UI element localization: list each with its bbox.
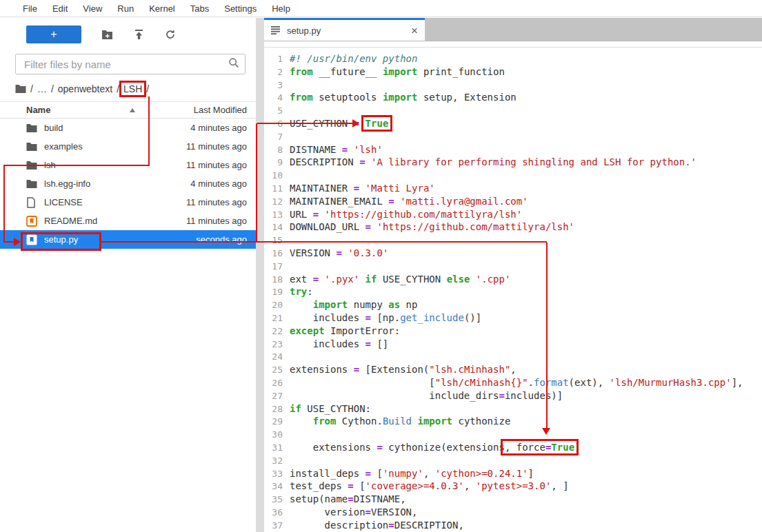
code-line[interactable]: 17: [264, 260, 762, 273]
line-number: 4: [264, 92, 283, 105]
code-line[interactable]: 18ext = '.pyx' if USE_CYTHON else '.cpp': [264, 273, 762, 286]
breadcrumb-segment[interactable]: …: [37, 83, 47, 94]
menu-item-file[interactable]: File: [15, 3, 45, 14]
menu-item-kernel[interactable]: Kernel: [141, 3, 183, 14]
code-line[interactable]: 32: [264, 454, 762, 467]
line-number: 21: [264, 312, 283, 325]
panel-splitter[interactable]: [256, 18, 264, 532]
code-line[interactable]: 7: [264, 130, 762, 143]
menu-item-run[interactable]: Run: [110, 3, 141, 14]
code-line[interactable]: 37 description=DESCRIPTION,: [264, 519, 762, 532]
line-number: 34: [264, 480, 283, 493]
code-line[interactable]: 13URL = 'https://github.com/mattilyra/ls…: [264, 208, 762, 221]
last-modified: 4 minutes ago: [190, 178, 256, 189]
code-line[interactable]: 31 extensions = cythonize(extensions, fo…: [264, 441, 762, 454]
close-icon[interactable]: ×: [411, 25, 418, 37]
line-number: 3: [264, 79, 283, 92]
code-line[interactable]: 11MAINTAINER = 'Matti Lyra': [264, 182, 762, 195]
code-line[interactable]: 16VERSION = '0.3.0': [264, 247, 762, 260]
code-text: [283, 234, 290, 245]
line-number: 11: [264, 183, 283, 196]
line-number: 5: [264, 105, 283, 118]
code-line[interactable]: 15: [264, 234, 762, 247]
code-text: DESCRIPTION = 'A library for performing …: [283, 156, 696, 167]
file-row-examples[interactable]: examples11 minutes ago: [0, 137, 256, 156]
file-row-README.md[interactable]: README.md11 minutes ago: [0, 212, 256, 230]
code-line[interactable]: 20 import numpy as np: [264, 298, 762, 311]
line-number: 32: [264, 455, 283, 468]
file-list-header: Name Last Modified: [0, 101, 256, 119]
code-text: install_deps = ['numpy', 'cython>=0.24.1…: [283, 468, 534, 479]
line-number: 1: [264, 53, 283, 66]
code-line[interactable]: 2from __future__ import print_function: [264, 65, 762, 79]
code-line[interactable]: 22except ImportError:: [264, 325, 762, 338]
file-row-lsh.egg-info[interactable]: lsh.egg-info4 minutes ago: [0, 174, 256, 193]
code-text: includes = [np.get_include()]: [283, 312, 481, 323]
file-name: examples: [44, 141, 186, 152]
tab-setup-py[interactable]: setup.py ×: [264, 18, 425, 41]
code-text: [283, 105, 290, 116]
sort-ascending-icon[interactable]: [130, 108, 135, 112]
menu-item-settings[interactable]: Settings: [217, 3, 264, 14]
file-browser: + /…/openwebtext/LSH/ Name: [0, 18, 256, 532]
menu-item-edit[interactable]: Edit: [45, 3, 75, 14]
line-number: 18: [264, 274, 283, 287]
annotation-line: [148, 96, 150, 165]
file-row-build[interactable]: build4 minutes ago: [0, 119, 256, 137]
code-text: if USE_CYTHON:: [283, 403, 371, 414]
code-line[interactable]: 3: [264, 79, 762, 92]
code-line[interactable]: 14DOWNLOAD_URL = 'https://github.com/mat…: [264, 221, 762, 234]
code-text: ext = '.pyx' if USE_CYTHON else '.cpp': [283, 274, 510, 285]
code-line[interactable]: 27 include_dirs=includes)]: [264, 389, 762, 402]
tab-label: setup.py: [287, 25, 405, 36]
code-line[interactable]: 10: [264, 169, 762, 182]
breadcrumb-segment-highlighted[interactable]: LSH: [119, 81, 146, 97]
code-text: description=DESCRIPTION,: [283, 520, 464, 531]
code-line[interactable]: 35setup(name=DISTNAME,: [264, 493, 762, 506]
code-line[interactable]: 21 includes = [np.get_include()]: [264, 311, 762, 325]
code-line[interactable]: 29 from Cython.Build import cythonize: [264, 415, 762, 428]
line-number: 36: [264, 507, 283, 520]
code-line[interactable]: 4from setuptools import setup, Extension: [264, 91, 762, 104]
code-text: from Cython.Build import cythonize: [283, 416, 510, 427]
code-text: extensions = [Extension("lsh.cMinhash",: [283, 364, 517, 375]
annotation-line: [257, 123, 352, 124]
column-last-modified[interactable]: Last Modified: [138, 105, 256, 115]
code-text: [283, 170, 290, 181]
last-modified: 11 minutes ago: [186, 160, 256, 170]
code-line[interactable]: 36 version=VERSION,: [264, 506, 762, 519]
code-line[interactable]: 26 ["lsh/cMinhash{}".format(ext), 'lsh/M…: [264, 376, 762, 389]
breadcrumb-segment: /: [30, 83, 33, 94]
code-line[interactable]: 1#! /usr/bin/env python: [264, 52, 762, 65]
code-line[interactable]: 9DESCRIPTION = 'A library for performing…: [264, 156, 762, 169]
code-line[interactable]: 34test_deps = ['coverage>=4.0.3', 'pytes…: [264, 480, 762, 493]
code-line[interactable]: 25extensions = [Extension("lsh.cMinhash"…: [264, 363, 762, 376]
code-text: [283, 351, 290, 362]
code-line[interactable]: 12MAINTAINER_EMAIL = 'matti.lyra@gmail.c…: [264, 195, 762, 208]
line-number: 6: [264, 118, 283, 131]
code-line[interactable]: 19try:: [264, 285, 762, 298]
breadcrumb-segment[interactable]: openwebtext: [58, 83, 112, 94]
new-folder-icon[interactable]: [101, 28, 113, 41]
menu-item-help[interactable]: Help: [264, 3, 298, 14]
menu-item-view[interactable]: View: [75, 3, 110, 14]
menu-item-tabs[interactable]: Tabs: [183, 3, 217, 14]
code-text: [283, 260, 290, 272]
code-line[interactable]: 23 includes = []: [264, 338, 762, 351]
file-row-LICENSE[interactable]: LICENSE11 minutes ago: [0, 193, 256, 212]
folder-icon[interactable]: [15, 84, 26, 94]
refresh-icon[interactable]: [164, 28, 177, 41]
code-editor[interactable]: 1#! /usr/bin/env python2from __future__ …: [264, 48, 762, 532]
upload-icon[interactable]: [132, 28, 145, 41]
code-line[interactable]: 5: [264, 104, 762, 117]
column-name[interactable]: Name: [26, 105, 130, 115]
new-launcher-button[interactable]: +: [26, 25, 81, 43]
code-line[interactable]: 8DISTNAME = 'lsh': [264, 143, 762, 156]
code-text: test_deps = ['coverage>=4.0.3', 'pytest>…: [283, 480, 569, 491]
code-line[interactable]: 28if USE_CYTHON:: [264, 402, 762, 416]
line-number: 37: [264, 520, 283, 532]
code-line[interactable]: 33install_deps = ['numpy', 'cython>=0.24…: [264, 467, 762, 480]
filter-files-input[interactable]: [23, 58, 228, 71]
annotation-box: True: [361, 115, 393, 132]
code-line[interactable]: 24: [264, 350, 762, 363]
